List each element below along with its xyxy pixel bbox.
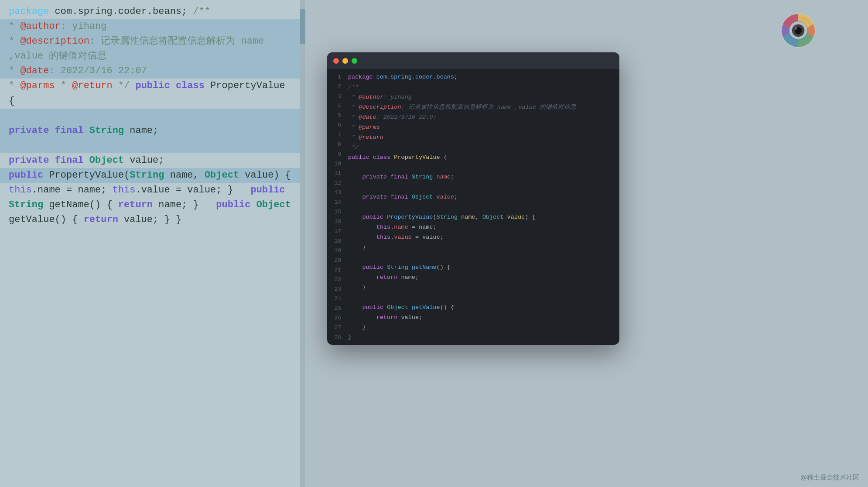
mac-line-12 [348, 182, 611, 192]
mac-line-23 [348, 293, 611, 303]
code-line-23 [205, 199, 210, 210]
mac-line-7: * @return [348, 133, 611, 143]
code-line-27: } [176, 214, 181, 225]
code-line-25: return value; [84, 214, 159, 225]
code-line-6: * @parms [9, 80, 55, 91]
mac-code-window: 12345 678910 1112131415 1617181920 21222… [327, 52, 619, 345]
watermark-text: @稀土掘金技术社区 [800, 473, 859, 482]
code-line-26: } [164, 214, 170, 225]
left-code-content: package com.spring.coder.beans; /** * @a… [9, 4, 297, 227]
window-minimize-button[interactable] [342, 58, 348, 64]
code-line-10 [0, 109, 305, 123]
code-line-2: /** [193, 6, 210, 17]
code-line-3: * @author: yihang [0, 19, 305, 34]
code-line-7: * @return [61, 80, 113, 91]
mac-line-6: * @parms [348, 123, 611, 133]
code-line-8: */ [118, 80, 130, 91]
code-line-14 [170, 155, 176, 166]
mac-line-13: private final Object value; [348, 192, 611, 202]
mac-line-15: public PropertyValue(String name, Object… [348, 213, 611, 223]
left-scrollbar[interactable] [300, 0, 305, 487]
code-line-19 [239, 185, 245, 195]
mac-line-28 [348, 343, 611, 345]
mac-line-20: public String getName() { [348, 263, 611, 273]
code-line-22: } [193, 199, 199, 210]
line-numbers: 12345 678910 1112131415 1617181920 21222… [327, 72, 348, 341]
window-close-button[interactable] [333, 58, 339, 64]
code-line-15: public PropertyValue(String name, Object… [0, 168, 305, 183]
mac-line-11: private final String name; [348, 172, 611, 182]
code-line-18: } [228, 185, 233, 195]
mac-titlebar [327, 52, 619, 69]
mac-code-text: package com.spring.coder.beans; /** * @a… [348, 72, 619, 341]
left-code-panel: package com.spring.coder.beans; /** * @a… [0, 0, 305, 487]
mac-line-27: } [348, 333, 611, 343]
mac-line-1: package com.spring.coder.beans; [348, 72, 611, 82]
mac-line-17: this.value = value; [348, 233, 611, 243]
mac-line-26: } [348, 322, 611, 333]
mac-line-2: /** [348, 82, 611, 93]
camera-icon [781, 13, 816, 48]
mac-code-area: 12345 678910 1112131415 1617181920 21222… [327, 69, 619, 345]
code-line-16: this.name = name; [9, 185, 106, 195]
code-line-4: * @description: 记录属性信息将配置信息解析为 name ,val… [0, 34, 305, 64]
code-line-11: private final String name; [0, 123, 305, 138]
mac-line-16: this.name = name; [348, 223, 611, 233]
left-scrollbar-thumb[interactable] [300, 9, 305, 44]
mac-line-24: public Object getValue() { [348, 303, 611, 313]
mac-line-14 [348, 202, 611, 213]
mac-line-10 [348, 162, 611, 172]
mac-line-18: } [348, 243, 611, 253]
mac-line-3: * @author: yihang [348, 93, 611, 103]
code-line-13: private final Object value; [9, 155, 164, 166]
code-line-1: package com.spring.coder.beans; [9, 6, 187, 17]
mac-line-9: public class PropertyValue { [348, 153, 611, 163]
mac-line-4: * @description: 记录属性信息将配置信息解析为 name ,val… [348, 103, 611, 113]
right-panel: 12345 678910 1112131415 1617181920 21222… [305, 0, 868, 487]
mac-line-5: * @date: 2022/3/16 22:07 [348, 113, 611, 123]
window-maximize-button[interactable] [352, 58, 357, 64]
code-line-17: this.value = value; [113, 185, 222, 195]
code-line-21: return name; [118, 199, 187, 210]
mac-line-19 [348, 253, 611, 263]
code-line-12 [0, 138, 305, 153]
svg-point-7 [795, 27, 797, 30]
mac-line-8: */ [348, 143, 611, 153]
mac-line-22: } [348, 283, 611, 293]
mac-line-21: return name; [348, 273, 611, 283]
mac-line-25: return value; [348, 313, 611, 323]
code-line-5: * @date: 2022/3/16 22:07 [0, 64, 305, 79]
